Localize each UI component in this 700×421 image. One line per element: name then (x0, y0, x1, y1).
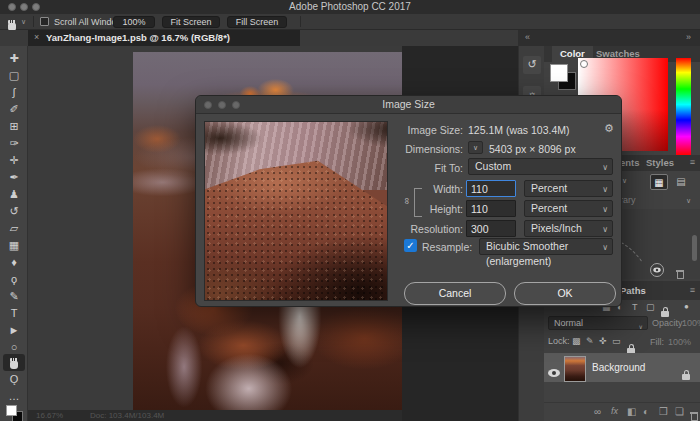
status-doc-size[interactable]: Doc: 103.4M/103.4M (90, 411, 164, 420)
grid-view-button[interactable]: ▦ (650, 174, 668, 190)
pen-tool[interactable]: ✎ (0, 288, 28, 305)
separator (300, 16, 301, 27)
fill-screen-button[interactable]: Fill Screen (227, 16, 287, 28)
tab-styles[interactable]: Styles (646, 157, 674, 168)
list-view-button[interactable]: ▤ (672, 174, 690, 190)
image-size-dialog: Image Size Image Size: 125.1M (was 103.4… (195, 95, 622, 307)
blend-mode-select[interactable]: Normal ∨ (548, 316, 648, 330)
filter-type-layers-icon[interactable]: T (632, 302, 638, 312)
fit-screen-button[interactable]: Fit Screen (162, 16, 220, 28)
crop-tool[interactable]: ⊞ (0, 118, 28, 135)
zoom-tool[interactable]: Ǫ (0, 371, 28, 388)
document-tabbar: × YanZhang-Image1.psb @ 16.7% (RGB/8*) (0, 30, 518, 46)
history-brush-tool[interactable]: ↺ (0, 203, 28, 220)
brush-tool[interactable]: ✒ (0, 169, 28, 186)
cancel-button[interactable]: Cancel (404, 282, 506, 305)
lock-position-icon[interactable]: ✜ (599, 336, 607, 346)
panel-scrollbar[interactable] (692, 235, 697, 261)
layer-thumbnail[interactable] (564, 356, 586, 382)
resample-method-select[interactable]: Bicubic Smoother (enlargement) ∨ (479, 238, 613, 255)
lock-artboard-icon[interactable]: ▭ (612, 336, 621, 346)
foreground-color-swatch[interactable] (6, 405, 17, 416)
layer-visibility-eye-icon[interactable] (548, 363, 560, 381)
document-tab[interactable]: × YanZhang-Image1.psb @ 16.7% (RGB/8*) (28, 30, 300, 46)
search-partial-label[interactable]: rary (620, 195, 636, 205)
adjustment-layer-icon[interactable]: ◐ (643, 406, 649, 417)
height-input[interactable] (466, 200, 516, 217)
collapse-panels-icon[interactable]: » (686, 32, 691, 42)
gradient-tool[interactable]: ▦ (0, 237, 28, 254)
delete-layer-icon[interactable] (690, 407, 698, 421)
scroll-all-windows-checkbox[interactable] (40, 17, 49, 26)
foreground-background-swatches[interactable] (6, 405, 22, 421)
color-picker-marker[interactable] (580, 60, 588, 68)
tool-preset-chevron-icon[interactable]: ∨ (21, 18, 26, 26)
image-size-value: 125.1M (was 103.4M) (468, 124, 570, 136)
lock-pixels-icon[interactable]: ✎ (586, 336, 594, 346)
width-unit-select[interactable]: Percent ∨ (524, 180, 613, 197)
group-layers-icon[interactable]: ❒ (659, 406, 668, 417)
blur-tool[interactable]: ♦ (0, 254, 28, 271)
layer-row-background[interactable]: Background (544, 353, 700, 382)
tab-close-icon[interactable]: × (34, 32, 39, 42)
clone-stamp-tool[interactable]: ♟ (0, 186, 28, 203)
zoom-100-button[interactable]: 100% (113, 16, 155, 28)
lasso-tool[interactable]: ʃ (0, 84, 28, 101)
preset-dropdown-chevron-icon[interactable]: ∨ (622, 177, 627, 185)
filter-toggle-icon[interactable]: ● (684, 302, 689, 311)
opacity-value[interactable]: 100% (682, 318, 700, 328)
filter-shape-layers-icon[interactable]: ▢ (646, 302, 655, 312)
type-tool[interactable]: T (0, 305, 28, 322)
tab-partial-ents[interactable]: ents (620, 157, 640, 168)
status-zoom-level[interactable]: 16.67% (36, 411, 63, 420)
gear-icon[interactable]: ⚙ (604, 122, 614, 135)
height-label: Height: (333, 203, 463, 215)
height-unit-select[interactable]: Percent ∨ (524, 200, 613, 217)
fit-to-select[interactable]: Custom ∨ (468, 158, 613, 175)
dimensions-value: 5403 px × 8096 px (489, 143, 576, 155)
dimensions-unit-chevron[interactable]: ∨ (468, 141, 483, 154)
resolution-unit-select[interactable]: Pixels/Inch ∨ (524, 220, 613, 237)
app-titlebar[interactable]: Adobe Photoshop CC 2017 (0, 0, 700, 14)
lock-transparency-icon[interactable]: ▩ (572, 336, 581, 346)
tool-options-bar: ∨ Scroll All Windows 100% Fit Screen Fil… (0, 14, 700, 30)
width-input[interactable] (466, 180, 516, 197)
eraser-tool[interactable]: ▱ (0, 220, 28, 237)
quick-selection-tool[interactable]: ✐ (0, 101, 28, 118)
fill-value[interactable]: 100% (668, 337, 691, 347)
dodge-tool[interactable]: ϙ (0, 271, 28, 288)
preview-eye-icon[interactable] (650, 263, 664, 277)
tools-panel: ✚ ▢ ʃ ✐ ⊞ ✑ ✛ ✒ ♟ ↺ ▱ ▦ ♦ ϙ ✎ T ► ○ Ǫ … (0, 46, 28, 421)
ok-button[interactable]: OK (514, 282, 616, 305)
layer-name[interactable]: Background (592, 362, 645, 373)
hand-tool[interactable] (3, 354, 25, 371)
new-layer-icon[interactable]: ❏ (675, 406, 684, 417)
panel-menu-icon[interactable]: ≡ (690, 157, 695, 167)
foreground-color-swatch[interactable] (550, 64, 568, 82)
layer-mask-icon[interactable]: ◧ (627, 406, 636, 417)
path-selection-tool[interactable]: ► (0, 322, 28, 339)
dialog-titlebar[interactable]: Image Size (196, 96, 621, 114)
resample-checkbox[interactable]: ✓ (404, 239, 417, 252)
photoshop-window: Adobe Photoshop CC 2017 ∨ Scroll All Win… (0, 0, 700, 421)
move-tool[interactable]: ✚ (0, 50, 28, 67)
marquee-tool[interactable]: ▢ (0, 67, 28, 84)
layer-effects-icon[interactable]: fx (611, 406, 618, 416)
healing-brush-tool[interactable]: ✛ (0, 152, 28, 169)
layers-panel: ▦ ◐ T ▢ ● Normal ∨ Opacity: 100% Lock: ▩… (544, 300, 700, 421)
collapse-dock-icon[interactable]: « (525, 32, 530, 42)
chevron-down-icon: ∨ (602, 202, 608, 217)
link-layers-icon[interactable]: ∞ (594, 406, 601, 417)
fit-to-label: Fit To: (333, 162, 463, 174)
chevron-down-icon: ∨ (602, 222, 608, 237)
more-tools[interactable]: … (0, 388, 28, 405)
panel-menu-icon[interactable]: ≡ (690, 285, 695, 295)
resolution-input[interactable] (466, 220, 516, 237)
chevron-down-icon: ∨ (602, 182, 608, 197)
dialog-title: Image Size (196, 98, 621, 110)
search-chevron-icon[interactable]: ∨ (686, 197, 691, 205)
history-panel-icon[interactable]: ↺ (523, 56, 541, 74)
eyedropper-tool[interactable]: ✑ (0, 135, 28, 152)
hue-slider[interactable] (676, 58, 691, 155)
tab-paths[interactable]: Paths (620, 285, 646, 296)
